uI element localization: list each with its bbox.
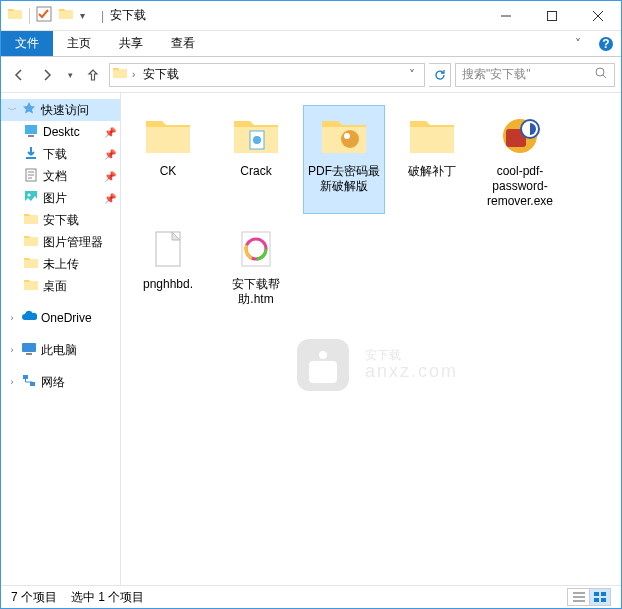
sidebar-network[interactable]: › 网络 (1, 371, 120, 393)
address-folder-icon (112, 65, 128, 84)
svg-point-18 (253, 136, 261, 144)
file-label: Crack (240, 164, 271, 179)
svg-rect-32 (601, 598, 606, 602)
file-label: 安下载帮助.htm (218, 277, 294, 307)
tree-label: 桌面 (43, 278, 67, 295)
tree-label: 安下载 (43, 212, 79, 229)
sidebar-item[interactable]: 桌面 (1, 275, 120, 297)
file-label: PDF去密码最新破解版 (306, 164, 382, 194)
sidebar-item[interactable]: 图片📌 (1, 187, 120, 209)
svg-rect-1 (548, 11, 557, 20)
file-icon (230, 110, 282, 162)
ribbon-expand-icon[interactable]: ˅ (565, 31, 591, 56)
search-input[interactable]: 搜索"安下载" (455, 63, 615, 87)
svg-rect-11 (26, 353, 32, 355)
file-label: CK (160, 164, 177, 179)
file-item[interactable]: pnghhbd. (127, 218, 209, 312)
star-icon (21, 101, 37, 120)
tree-label: 图片管理器 (43, 234, 103, 251)
file-icon (494, 110, 546, 162)
file-item[interactable]: PDF去密码最新破解版 (303, 105, 385, 214)
file-icon (230, 223, 282, 275)
watermark: 安下载anxz.com (291, 333, 458, 397)
sidebar-item[interactable]: 未上传 (1, 253, 120, 275)
tree-icon (23, 189, 39, 208)
chevron-right-icon[interactable]: › (132, 69, 135, 80)
sidebar-onedrive[interactable]: › OneDrive (1, 307, 120, 329)
network-icon (21, 373, 37, 392)
sidebar-item[interactable]: 文档📌 (1, 165, 120, 187)
file-icon (318, 110, 370, 162)
file-icon (406, 110, 458, 162)
close-button[interactable] (575, 1, 621, 31)
caret-right-icon[interactable]: › (7, 377, 17, 387)
sidebar-item[interactable]: Desktc📌 (1, 121, 120, 143)
nav-forward-button[interactable] (35, 63, 59, 87)
tab-home[interactable]: 主页 (53, 31, 105, 56)
address-bar[interactable]: › 安下载 ˅ (109, 63, 425, 87)
status-selected-count: 选中 1 个项目 (71, 589, 144, 606)
maximize-button[interactable] (529, 1, 575, 31)
nav-recent-dropdown[interactable]: ▾ (63, 63, 77, 87)
search-placeholder: 搜索"安下载" (462, 66, 595, 83)
svg-point-15 (319, 351, 327, 359)
svg-point-19 (341, 130, 359, 148)
view-details-button[interactable] (567, 588, 589, 606)
svg-point-4 (596, 68, 604, 76)
file-item[interactable]: 安下载帮助.htm (215, 218, 297, 312)
caret-right-icon[interactable]: › (7, 313, 17, 323)
svg-text:?: ? (602, 37, 609, 51)
qat-checkbox-icon[interactable] (36, 6, 52, 25)
view-icons-button[interactable] (589, 588, 611, 606)
svg-rect-13 (30, 382, 35, 386)
caret-right-icon[interactable]: › (7, 345, 17, 355)
file-label: pnghhbd. (143, 277, 193, 292)
tab-view[interactable]: 查看 (157, 31, 209, 56)
svg-rect-14 (297, 339, 349, 391)
svg-point-9 (28, 193, 31, 196)
sidebar-item[interactable]: 下载📌 (1, 143, 120, 165)
qat-dropdown-icon[interactable]: ▾ (80, 10, 85, 21)
folder-icon-small (58, 6, 74, 25)
tab-file[interactable]: 文件 (1, 31, 53, 56)
tree-label: 图片 (43, 190, 67, 207)
file-item[interactable]: 破解补丁 (391, 105, 473, 214)
tree-icon (23, 233, 39, 252)
tree-label: 未上传 (43, 256, 79, 273)
nav-up-button[interactable] (81, 63, 105, 87)
svg-rect-16 (309, 361, 337, 383)
pin-icon: 📌 (104, 127, 116, 138)
status-item-count: 7 个项目 (11, 589, 57, 606)
pin-icon: 📌 (104, 193, 116, 204)
file-item[interactable]: cool-pdf-password-remover.exe (479, 105, 561, 214)
tab-share[interactable]: 共享 (105, 31, 157, 56)
tree-icon (23, 277, 39, 296)
tree-icon (23, 145, 39, 164)
cloud-icon (21, 309, 37, 328)
svg-rect-30 (601, 592, 606, 596)
breadcrumb-current[interactable]: 安下载 (139, 64, 183, 85)
pin-icon: 📌 (104, 149, 116, 160)
svg-rect-6 (28, 135, 34, 137)
nav-back-button[interactable] (7, 63, 31, 87)
tree-label: Desktc (43, 125, 80, 139)
file-label: cool-pdf-password-remover.exe (482, 164, 558, 209)
pin-icon: 📌 (104, 171, 116, 182)
address-dropdown-icon[interactable]: ˅ (402, 68, 422, 82)
file-item[interactable]: CK (127, 105, 209, 214)
sidebar-this-pc[interactable]: › 此电脑 (1, 339, 120, 361)
tree-icon (23, 211, 39, 230)
refresh-button[interactable] (429, 63, 451, 87)
file-item[interactable]: Crack (215, 105, 297, 214)
caret-down-icon[interactable]: ﹀ (7, 104, 17, 117)
tree-icon (23, 255, 39, 274)
help-button[interactable]: ? (591, 31, 621, 56)
sidebar-item[interactable]: 安下载 (1, 209, 120, 231)
file-icon (142, 223, 194, 275)
sidebar-item[interactable]: 图片管理器 (1, 231, 120, 253)
file-label: 破解补丁 (408, 164, 456, 179)
minimize-button[interactable] (483, 1, 529, 31)
file-list[interactable]: 安下载anxz.com CK Crack PDF去密码最新破解版 破解补丁 co… (121, 93, 621, 587)
file-icon (142, 110, 194, 162)
sidebar-quick-access[interactable]: ﹀ 快速访问 (1, 99, 120, 121)
